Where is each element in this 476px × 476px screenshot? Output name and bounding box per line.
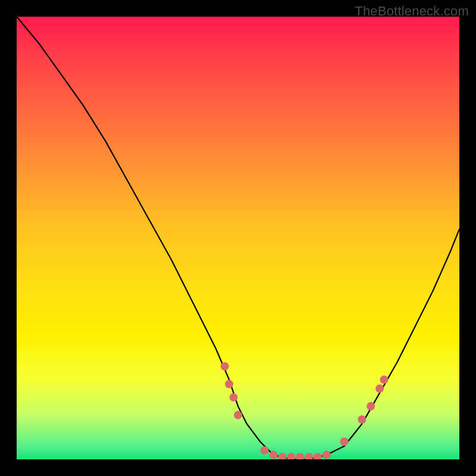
curve-marker (261, 446, 269, 455)
chart-svg (17, 17, 459, 459)
curve-marker (221, 362, 229, 371)
curve-marker (234, 411, 242, 419)
outer-frame: TheBottleneck.com (0, 0, 476, 476)
curve-marker (375, 384, 384, 393)
curve-marker (322, 451, 331, 459)
curve-marker (225, 380, 233, 389)
curve-marker (287, 453, 295, 459)
curve-marker (270, 451, 278, 459)
curve-marker (358, 415, 366, 424)
curve-marker (278, 453, 286, 459)
bottleneck-curve (17, 17, 459, 459)
curve-marker (305, 453, 313, 459)
plot-area (17, 17, 459, 459)
curve-marker (296, 453, 304, 459)
curve-marker (314, 453, 322, 459)
curve-marker (340, 437, 349, 446)
curve-marker (230, 393, 238, 402)
curve-marker (367, 402, 375, 411)
curve-marker (380, 375, 389, 384)
curve-markers (221, 362, 389, 459)
